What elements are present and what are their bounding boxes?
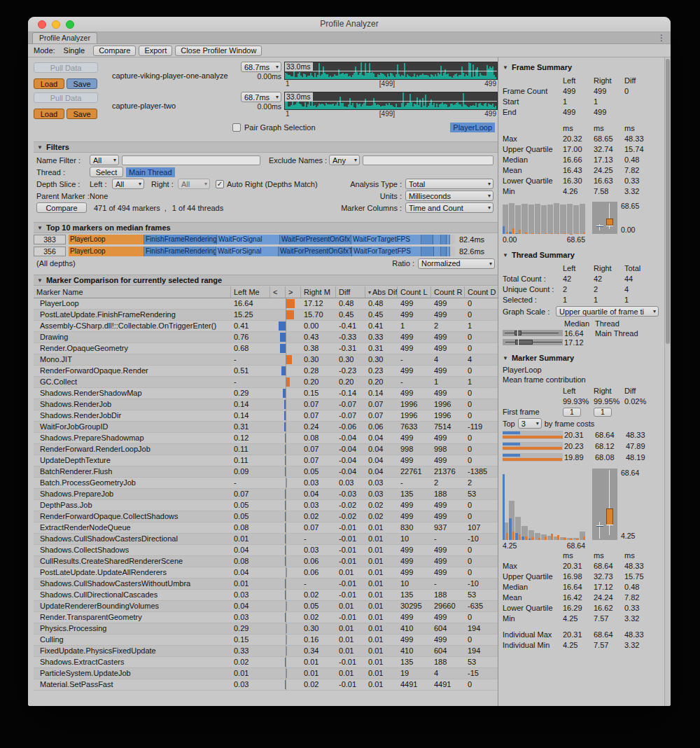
frame-summary-header[interactable]: ▼ Frame Summary [503, 63, 659, 71]
marker-row[interactable]: ExtractRenderNodeQueue0.080.07-0.010.018… [34, 522, 498, 534]
marker-segment[interactable]: PlayerLoop [69, 247, 144, 256]
selected-marker-chip[interactable]: PlayerLoop [450, 123, 495, 132]
column-header[interactable]: Count L [398, 286, 431, 298]
marker-row[interactable]: Shadows.CullDirectionalCascades0.030.02-… [34, 590, 498, 601]
marker-row[interactable]: PostLateUpdate.FinishFrameRendering15.25… [34, 310, 498, 321]
thread-row[interactable]: 16.64Main Thread [503, 328, 659, 338]
marker-row[interactable]: PostLateUpdate.UpdateAllRenderers0.040.0… [34, 567, 498, 579]
auto-right-checkbox[interactable]: ✓ [216, 180, 224, 188]
graph-max-dropdown[interactable]: 68.7ms ▾ [241, 62, 281, 72]
marker-row[interactable]: Material.SetPassFast0.030.02-0.010.01449… [34, 679, 498, 691]
marker-segment[interactable]: WaitForSignal [216, 247, 279, 256]
marker-row[interactable]: UpdateDepthTexture0.110.07-0.040.0449949… [34, 455, 498, 466]
marker-row[interactable]: Shadows.RenderJob0.140.07-0.070.07199619… [34, 399, 498, 410]
name-filter-mode-dropdown[interactable]: All ▾ [90, 155, 119, 165]
first-frame-right-button[interactable]: 1 [594, 408, 612, 417]
column-header[interactable]: Right M [301, 286, 336, 298]
frame-time-graph[interactable]: 33.0ms [284, 92, 498, 110]
marker-segment-small[interactable] [433, 235, 441, 244]
zoom-window-button[interactable] [66, 20, 74, 29]
marker-row[interactable]: RenderForwardOpaque.CollectShadows0.050.… [34, 511, 498, 522]
marker-row[interactable]: RenderForwardOpaque.Render0.510.28-0.230… [34, 366, 498, 377]
titlebar[interactable]: Profile Analyzer [28, 17, 671, 32]
top10-header[interactable]: ▼ Top 10 markers on median frames [34, 222, 498, 233]
tab-profile-analyzer[interactable]: Profile Analyzer [32, 32, 97, 43]
save-button[interactable]: Save [66, 109, 97, 119]
pull-data-button[interactable]: Pull Data [34, 62, 98, 73]
exclude-mode-dropdown[interactable]: Any ▾ [329, 155, 360, 165]
marker-row[interactable]: Culling0.150.160.010.014994990 [34, 635, 498, 646]
first-frame-left-button[interactable]: 1 [563, 408, 581, 417]
marker-row[interactable]: PlayerLoop16.6417.120.480.484994990 [34, 298, 498, 310]
ratio-dropdown[interactable]: Normalized ▾ [418, 258, 495, 269]
kebab-menu-icon[interactable]: ⋮ [657, 33, 666, 43]
column-header[interactable]: Count D [465, 286, 498, 298]
marker-columns-dropdown[interactable]: Time and Count ▾ [405, 202, 493, 213]
marker-segment[interactable]: WaitForTargetFPS [352, 247, 421, 256]
mode-export-button[interactable]: Export [139, 46, 172, 56]
marker-row[interactable]: BatchRenderer.Flush0.090.05-0.040.042276… [34, 466, 498, 478]
marker-row[interactable]: Render.TransparentGeometry0.030.02-0.010… [34, 612, 498, 623]
marker-row[interactable]: FixedUpdate.PhysicsFixedUpdate0.330.340.… [34, 646, 498, 657]
marker-row[interactable]: Shadows.PrepareJob0.070.04-0.030.0313518… [34, 489, 498, 500]
marker-segment[interactable]: FinishFrameRendering [144, 235, 217, 244]
load-button[interactable]: Load [34, 78, 64, 89]
marker-row[interactable]: Shadows.ExtractCasters0.020.01-0.010.011… [34, 657, 498, 668]
name-filter-input[interactable] [122, 155, 260, 165]
marker-segment-small[interactable] [434, 247, 441, 256]
column-header[interactable]: > [286, 286, 301, 298]
top-n-dropdown[interactable]: 3 ▾ [518, 418, 542, 429]
selected-thread-chip[interactable]: Main Thread [126, 167, 175, 177]
marker-row[interactable]: GC.Collect-0.200.200.20-11 [34, 377, 498, 388]
load-button[interactable]: Load [34, 109, 64, 119]
marker-segment-small[interactable] [441, 247, 447, 256]
marker-summary-header[interactable]: ▼ Marker Summary [503, 354, 659, 362]
mode-single-button[interactable]: Single [58, 46, 91, 56]
column-header[interactable]: Count R [431, 286, 465, 298]
close-profiler-window-button[interactable]: Close Profiler Window [175, 46, 262, 56]
marker-row[interactable]: Shadows.RenderShadowMap0.290.15-0.140.14… [34, 388, 498, 399]
column-header[interactable]: Diff [336, 286, 365, 298]
depth-left-dropdown[interactable]: All ▾ [112, 179, 144, 189]
save-button[interactable]: Save [66, 78, 97, 89]
marker-segment[interactable]: WaitForSignal [217, 235, 280, 244]
compare-button[interactable]: Compare [36, 202, 87, 213]
pair-graph-checkbox[interactable] [232, 123, 241, 132]
marker-row[interactable]: DepthPass.Job0.050.03-0.020.024994990 [34, 500, 498, 511]
marker-row[interactable]: WaitForJobGroupID0.310.24-0.060.06763375… [34, 422, 498, 433]
marker-row[interactable]: Assembly-CSharp.dll!::Collectable.OnTrig… [34, 321, 498, 332]
marker-row[interactable]: Mono.JIT-0.300.300.30-44 [34, 354, 498, 366]
thread-row[interactable]: 17.12 [503, 338, 659, 347]
marker-row[interactable]: ParticleSystem.UpdateJob0.010.010.010.01… [34, 668, 498, 679]
marker-row[interactable]: Shadows.CollectShadows0.040.03-0.010.014… [34, 545, 498, 556]
frame-index-button[interactable]: 383 [34, 235, 66, 244]
marker-segment-small[interactable] [447, 247, 450, 256]
marker-row[interactable]: CullResults.CreateSharedRendererScene0.0… [34, 556, 498, 567]
marker-segment[interactable]: WaitForPresentOnGfxThread [279, 247, 352, 256]
marker-segment-small[interactable] [441, 235, 447, 244]
pull-data-button[interactable]: Pull Data [34, 92, 98, 103]
minimize-window-button[interactable] [52, 20, 60, 29]
marker-row[interactable]: Drawing0.760.43-0.330.334994990 [34, 332, 498, 343]
marker-segment[interactable]: WaitForPresentOnGfxThread [280, 235, 351, 244]
exclude-names-input[interactable] [363, 155, 493, 165]
marker-row[interactable]: Render.OpaqueGeometry0.680.38-0.310.3149… [34, 343, 498, 354]
marker-row[interactable]: Physics.Processing0.290.300.010.01410604… [34, 623, 498, 635]
marker-segment-small[interactable] [421, 247, 434, 256]
marker-row[interactable]: Shadows.RenderJobDir0.140.07-0.070.07199… [34, 410, 498, 422]
frame-time-graph[interactable]: 33.0ms [284, 62, 498, 80]
column-header[interactable]: Marker Name [34, 286, 231, 298]
units-dropdown[interactable]: Milliseconds ▾ [405, 191, 493, 201]
marker-row[interactable]: UpdateRendererBoundingVolumes0.040.050.0… [34, 601, 498, 612]
marker-row[interactable]: Batch.ProcessGeometryJob-0.030.030.03-22 [34, 478, 498, 489]
marker-comparison-header[interactable]: ▼ Marker Comparison for currently select… [34, 275, 498, 286]
thread-select-button[interactable]: Select [90, 167, 123, 177]
filters-header[interactable]: ▼ Filters [34, 141, 498, 153]
marker-row[interactable]: Shadows.CullShadowCastersWithoutUmbra0.0… [34, 579, 498, 590]
scrollbar-thumb[interactable] [666, 59, 670, 344]
column-header[interactable]: Left Me [231, 286, 270, 298]
marker-histogram[interactable] [503, 469, 585, 540]
marker-row[interactable]: Shadows.PrepareShadowmap0.120.08-0.040.0… [34, 433, 498, 444]
top-cost-row[interactable]: 19.8968.0848.19 [503, 452, 659, 463]
marker-row[interactable]: Shadows.CullShadowCastersDirectional0.01… [34, 534, 498, 545]
